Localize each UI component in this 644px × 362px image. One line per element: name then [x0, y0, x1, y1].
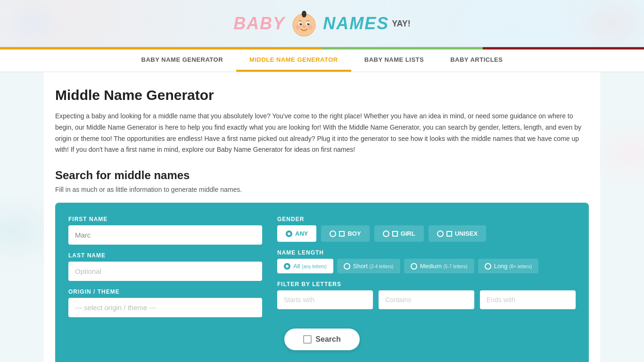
search-row: Search: [68, 329, 576, 350]
svg-point-10: [303, 25, 305, 27]
gender-any-label: ANY: [295, 230, 308, 237]
gender-any-radio: [286, 230, 292, 237]
length-long[interactable]: Long (8+ letters): [478, 259, 539, 273]
nav-baby-name-generator[interactable]: BABY NAME GENERATOR: [128, 49, 236, 72]
search-button[interactable]: Search: [284, 329, 359, 350]
length-medium-sub: (5-7 letters): [444, 264, 468, 269]
gender-unisex[interactable]: UNISEX: [429, 225, 486, 242]
gender-unisex-radio: [437, 230, 444, 237]
length-medium-radio: [411, 263, 417, 270]
length-all-radio: [284, 263, 290, 270]
last-name-label: LAST NAME: [68, 252, 262, 259]
svg-point-11: [296, 25, 300, 30]
gender-options: ANY BOY GIRL: [277, 225, 576, 242]
length-short-radio: [344, 263, 350, 270]
nav-middle-name-generator[interactable]: MIDDLE NAME GENERATOR: [236, 49, 351, 72]
search-button-label: Search: [315, 335, 340, 344]
origin-theme-field: ORIGIN / THEME: [68, 288, 262, 317]
logo-names-text: NAMES: [323, 14, 389, 33]
contains-input[interactable]: [379, 290, 474, 309]
logo-yay-text: YAY!: [392, 19, 411, 29]
gender-girl-label: GIRL: [401, 230, 415, 237]
gender-boy-square: [339, 231, 345, 237]
length-all[interactable]: All (any letters): [277, 259, 333, 273]
navigation: BABY NAME GENERATOR MIDDLE NAME GENERATO…: [0, 49, 644, 72]
page-content: Middle Name Generator Expecting a baby a…: [44, 72, 600, 362]
length-long-sub: (8+ letters): [509, 264, 532, 269]
gender-label: GENDER: [277, 216, 576, 222]
origin-label: ORIGIN / THEME: [68, 288, 262, 295]
gender-boy-label: BOY: [347, 230, 361, 237]
length-short[interactable]: Short (2-4 letters): [337, 259, 400, 273]
length-short-label: Short (2-4 letters): [353, 263, 394, 270]
gender-unisex-square: [446, 231, 452, 237]
name-length-label: NAME LENGTH: [277, 249, 576, 256]
search-icon: [303, 335, 312, 344]
length-all-label: All (any letters): [293, 263, 327, 270]
form-left: FIRST NAME LAST NAME ORIGIN / THEME: [68, 216, 262, 317]
page-description: Expecting a baby and looking for a middl…: [55, 111, 583, 156]
last-name-field: LAST NAME: [68, 252, 262, 281]
starts-with-input[interactable]: [277, 290, 373, 309]
gender-field: GENDER ANY BOY: [277, 216, 576, 242]
first-name-label: FIRST NAME: [68, 216, 262, 222]
gender-boy-radio: [330, 230, 336, 237]
svg-point-3: [302, 11, 306, 15]
gender-girl[interactable]: GIRL: [374, 225, 424, 242]
logo-baby-text: BABY: [233, 14, 285, 33]
gender-unisex-label: UNISEX: [455, 230, 478, 237]
gender-boy[interactable]: BOY: [321, 225, 369, 242]
page-title: Middle Name Generator: [55, 87, 589, 103]
length-all-sub: (any letters): [302, 264, 327, 269]
logo-area: BABY: [0, 8, 644, 39]
nav-baby-articles[interactable]: BABY ARTICLES: [437, 49, 516, 72]
ends-with-input[interactable]: [480, 290, 576, 309]
gender-girl-square: [392, 231, 398, 237]
filter-row: [277, 290, 576, 309]
length-short-sub: (2-4 letters): [370, 264, 394, 269]
section-title: Search for middle names: [55, 169, 589, 182]
length-medium[interactable]: Medium (5-7 letters): [404, 259, 474, 273]
svg-point-9: [308, 23, 309, 24]
origin-input[interactable]: [68, 298, 262, 317]
filter-letters-field: FILTER BY LETTERS: [277, 281, 576, 309]
section-subtitle: Fill in as much or as little information…: [55, 186, 589, 193]
last-name-input[interactable]: [68, 262, 262, 281]
length-options: All (any letters) Short (2-4 letters) Me…: [277, 259, 576, 273]
svg-point-8: [301, 23, 302, 24]
length-medium-label: Medium (5-7 letters): [420, 263, 468, 270]
header-banner: BABY: [0, 0, 644, 47]
length-long-label: Long (8+ letters): [494, 263, 532, 270]
nav-baby-name-lists[interactable]: BABY NAME LISTS: [351, 49, 437, 72]
gender-any[interactable]: ANY: [277, 225, 316, 242]
first-name-field: FIRST NAME: [68, 216, 262, 245]
gender-girl-radio: [383, 230, 389, 237]
form-grid: FIRST NAME LAST NAME ORIGIN / THEME: [68, 216, 576, 317]
form-right: GENDER ANY BOY: [277, 216, 576, 317]
search-panel: FIRST NAME LAST NAME ORIGIN / THEME: [55, 203, 589, 362]
length-long-radio: [485, 263, 491, 270]
first-name-input[interactable]: [68, 225, 262, 245]
logo-face-icon: [289, 8, 319, 39]
filter-letters-label: FILTER BY LETTERS: [277, 281, 576, 288]
svg-point-12: [308, 25, 313, 30]
name-length-field: NAME LENGTH All (any letters) Short (2-4…: [277, 249, 576, 273]
